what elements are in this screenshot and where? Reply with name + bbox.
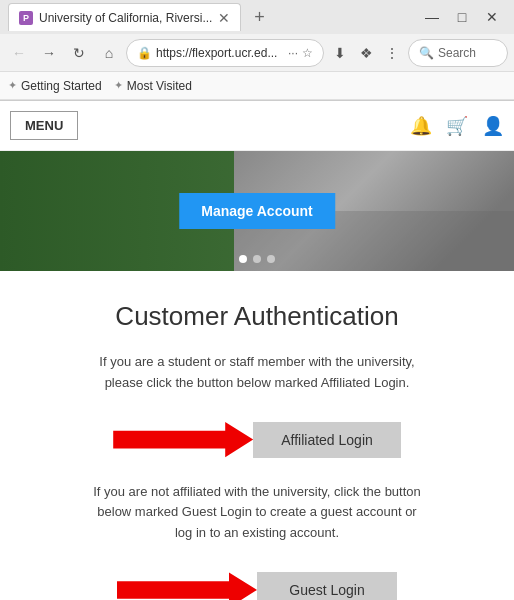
bookmark-getting-started[interactable]: ✦ Getting Started (8, 79, 102, 93)
bookmark-icon-getting-started: ✦ (8, 79, 17, 92)
site-nav: MENU 🔔 🛒 👤 (0, 101, 514, 151)
hero-banner: Manage Account (0, 151, 514, 271)
tab-title: University of California, Riversi... (39, 11, 212, 25)
hero-dot-1[interactable] (239, 255, 247, 263)
bookmark-star-icon[interactable]: ☆ (302, 46, 313, 60)
address-bar[interactable]: 🔒 https://flexport.ucr.ed... ··· ☆ (126, 39, 324, 67)
active-tab[interactable]: University of California, Riversi... ✕ (8, 3, 241, 31)
back-button[interactable]: ← (6, 40, 32, 66)
tab-bar: University of California, Riversi... ✕ +… (0, 0, 514, 34)
affiliated-login-row: Affiliated Login (20, 418, 494, 462)
bookmark-label-getting-started: Getting Started (21, 79, 102, 93)
manage-account-button[interactable]: Manage Account (179, 193, 335, 229)
auth-title: Customer Authentication (20, 301, 494, 332)
tab-close-button[interactable]: ✕ (218, 10, 230, 26)
lock-icon: 🔒 (137, 46, 152, 60)
hero-dot-2[interactable] (253, 255, 261, 263)
guest-desc: If you are not affiliated with the unive… (87, 482, 427, 544)
search-icon: 🔍 (419, 46, 434, 60)
bookmarks-bar: ✦ Getting Started ✦ Most Visited (0, 72, 514, 100)
tab-favicon (19, 11, 33, 25)
search-placeholder: Search (438, 46, 476, 60)
forward-button[interactable]: → (36, 40, 62, 66)
extensions-icon[interactable]: ❖ (354, 41, 378, 65)
user-icon[interactable]: 👤 (482, 115, 504, 137)
guest-login-row: Guest Login (20, 568, 494, 600)
reload-button[interactable]: ↻ (66, 40, 92, 66)
cart-icon[interactable]: 🛒 (446, 115, 468, 137)
ellipsis-icon[interactable]: ··· (288, 46, 298, 60)
home-button[interactable]: ⌂ (96, 40, 122, 66)
affiliated-arrow (113, 418, 253, 462)
maximize-button[interactable]: □ (448, 3, 476, 31)
guest-arrow (117, 568, 257, 600)
nav-bar: ← → ↻ ⌂ 🔒 https://flexport.ucr.ed... ···… (0, 34, 514, 72)
guest-login-button[interactable]: Guest Login (257, 572, 397, 600)
nav-right-icons: 🔔 🛒 👤 (410, 115, 504, 137)
menu-button[interactable]: MENU (10, 111, 78, 140)
close-button[interactable]: ✕ (478, 3, 506, 31)
auth-section: Customer Authentication If you are a stu… (0, 271, 514, 600)
address-text: https://flexport.ucr.ed... (156, 46, 284, 60)
new-tab-button[interactable]: + (245, 3, 273, 31)
hero-dot-3[interactable] (267, 255, 275, 263)
affiliated-login-button[interactable]: Affiliated Login (253, 422, 401, 458)
address-icons: ··· ☆ (288, 46, 313, 60)
download-icon[interactable]: ⬇ (328, 41, 352, 65)
affiliated-desc: If you are a student or staff member wit… (87, 352, 427, 394)
hero-dots (239, 255, 275, 263)
search-bar[interactable]: 🔍 Search (408, 39, 508, 67)
minimize-button[interactable]: — (418, 3, 446, 31)
bookmark-icon-most-visited: ✦ (114, 79, 123, 92)
toolbar-icons: ⬇ ❖ ⋮ (328, 41, 404, 65)
page-content: MENU 🔔 🛒 👤 Manage Account Customer Authe… (0, 101, 514, 600)
more-tools-icon[interactable]: ⋮ (380, 41, 404, 65)
window-controls: — □ ✕ (418, 3, 506, 31)
browser-chrome: University of California, Riversi... ✕ +… (0, 0, 514, 101)
bookmark-most-visited[interactable]: ✦ Most Visited (114, 79, 192, 93)
bell-icon[interactable]: 🔔 (410, 115, 432, 137)
bookmark-label-most-visited: Most Visited (127, 79, 192, 93)
